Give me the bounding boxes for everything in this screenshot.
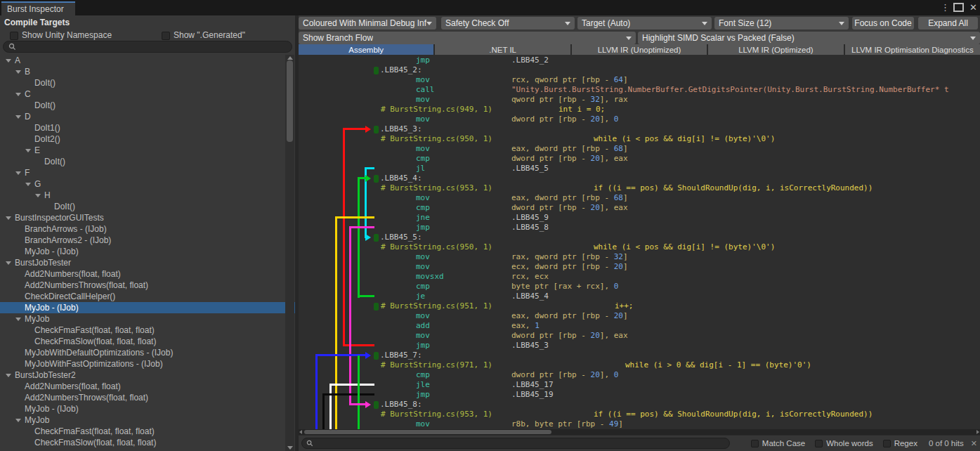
code-line: # BurstString.cs(971, 1)while (i > 0 && …: [299, 360, 980, 370]
tree-item[interactable]: DoIt(): [0, 201, 295, 212]
code-line: jne.LBB45_9: [299, 213, 980, 223]
focus-on-code-button[interactable]: Focus on Code: [852, 17, 914, 30]
scroll-left-icon[interactable]: [299, 430, 302, 434]
assembly-code-lines: jmp.LBB45_2.LBB45_2:movrcx, qword ptr [r…: [299, 55, 980, 429]
tab--net-il[interactable]: .NET IL: [435, 44, 571, 55]
tree-item[interactable]: CheckFmaFast(float, float, float): [0, 426, 295, 437]
foldout-triangle-icon[interactable]: [6, 216, 11, 220]
tree-item[interactable]: DoIt1(): [0, 122, 295, 133]
code-line: movdword ptr [rbp - 20], 0: [299, 115, 980, 124]
safety-check-dropdown[interactable]: Safety Check Off: [441, 17, 575, 30]
code-line: .LBB45_4:: [299, 174, 980, 183]
asm-operands: byte ptr [rax + rcx], 0: [511, 282, 618, 292]
font-size-dropdown[interactable]: Font Size (12): [714, 17, 849, 30]
whole-words-checkbox[interactable]: [815, 440, 823, 447]
chevron-down-icon: [970, 37, 976, 40]
debug-info-dropdown[interactable]: Coloured With Minimal Debug Infi: [299, 17, 436, 30]
tree-item[interactable]: A: [0, 55, 295, 66]
tree-item-label: DoIt(): [44, 157, 65, 166]
tree-item[interactable]: MyJob: [0, 313, 295, 325]
source-location-comment: # BurstString.cs(950, 1): [381, 134, 492, 144]
target-dropdown[interactable]: Target (Auto): [577, 17, 712, 30]
tree-item[interactable]: BurstJobTester: [0, 257, 295, 268]
tree-item[interactable]: D: [0, 111, 295, 122]
foldout-triangle-icon[interactable]: [15, 115, 21, 119]
tree-item[interactable]: E: [0, 145, 295, 156]
tab-llvm-ir-optimized-[interactable]: LLVM IR (Optimized): [708, 44, 844, 55]
scroll-right-icon[interactable]: [976, 430, 979, 434]
asm-operands: rcx, qword ptr [rbp - 64]: [511, 75, 628, 85]
h-scrollbar-thumb[interactable]: [304, 430, 551, 434]
foldout-triangle-icon[interactable]: [15, 318, 21, 321]
foldout-triangle-icon[interactable]: [15, 93, 21, 96]
tree-item[interactable]: Add2NumbersThrows(float, float): [0, 280, 295, 291]
code-line: jle.LBB45_17: [299, 380, 980, 390]
tree-item[interactable]: MyJob: [0, 414, 295, 426]
tree-item[interactable]: Add2NumbersThrows(float, float): [0, 392, 295, 403]
tree-item[interactable]: CheckFmaSlow(float, float, float): [0, 437, 295, 448]
tree-item[interactable]: DoIt2(): [0, 133, 295, 145]
tab-llvm-ir-optimisation-diagnostics[interactable]: LLVM IR Optimisation Diagnostics: [845, 44, 980, 55]
tree-item[interactable]: Add2Numbers(float, float): [0, 268, 295, 280]
tree-item[interactable]: Add2Numbers(float, float): [0, 381, 295, 392]
foldout-triangle-icon[interactable]: [25, 183, 31, 186]
tree-item[interactable]: B: [0, 66, 295, 77]
assembly-code-view[interactable]: jmp.LBB45_2.LBB45_2:movrcx, qword ptr [r…: [299, 55, 980, 429]
tree-item[interactable]: BranchArrows - (IJob): [0, 223, 295, 235]
tree-item[interactable]: BurstInspectorGUITests: [0, 212, 295, 223]
tree-item[interactable]: DoIt(): [0, 156, 295, 167]
tree-item[interactable]: MyJobWithFastOptimizations - (IJob): [0, 358, 295, 370]
tree-item[interactable]: G: [0, 178, 295, 190]
scroll-down-icon[interactable]: [287, 446, 293, 450]
foldout-triangle-icon[interactable]: [15, 70, 21, 74]
show-generated-label: Show ".Generated": [174, 31, 245, 40]
tree-scrollbar-thumb[interactable]: [287, 60, 293, 142]
foldout-triangle-icon[interactable]: [6, 261, 11, 265]
show-unity-namespace-checkbox[interactable]: [10, 32, 18, 40]
asm-mnemonic: mov: [416, 144, 430, 154]
find-close-icon[interactable]: ✕: [971, 439, 977, 448]
tree-item[interactable]: BurstJobTester2: [0, 370, 295, 381]
asm-label: .LBB45_4:: [380, 174, 422, 183]
foldout-triangle-icon[interactable]: [6, 59, 11, 63]
tree-scrollbar[interactable]: [285, 55, 294, 451]
code-search-input[interactable]: [301, 438, 730, 449]
foldout-triangle-icon[interactable]: [6, 374, 11, 377]
tree-item[interactable]: MyJob - (IJob): [0, 403, 295, 414]
search-icon: [306, 440, 313, 447]
tree-item[interactable]: MyJob - (IJob): [0, 246, 295, 257]
simd-highlight-dropdown[interactable]: Highlight SIMD Scalar vs Packed (False): [638, 32, 980, 44]
tree-item[interactable]: C: [0, 89, 295, 100]
kebab-menu-icon[interactable]: ⋮: [941, 2, 948, 13]
regex-checkbox[interactable]: [883, 440, 891, 447]
tree-item[interactable]: H: [0, 190, 295, 201]
tree-item[interactable]: F: [0, 167, 295, 178]
tab-llvm-ir-unoptimized-[interactable]: LLVM IR (Unoptimized): [572, 44, 708, 55]
tab-assembly[interactable]: Assembly: [299, 44, 435, 55]
scroll-up-icon[interactable]: [287, 56, 293, 60]
tree-item[interactable]: DoIt(): [0, 100, 295, 111]
tree-item[interactable]: BranchArrows2 - (IJob): [0, 235, 295, 246]
code-horizontal-scrollbar[interactable]: [299, 429, 980, 435]
foldout-triangle-icon[interactable]: [35, 194, 41, 197]
panel-tab-burst-inspector[interactable]: Burst Inspector: [1, 1, 75, 15]
close-icon[interactable]: ✕: [969, 2, 977, 13]
foldout-triangle-icon[interactable]: [15, 171, 21, 175]
tree-item[interactable]: CheckDirectCallHelper(): [0, 291, 295, 302]
branch-flow-dropdown[interactable]: Show Branch Flow: [299, 32, 636, 44]
tree-item[interactable]: MyJob - (IJob): [0, 302, 295, 313]
expand-all-button[interactable]: Expand All: [918, 17, 978, 30]
show-generated-checkbox[interactable]: [162, 32, 170, 40]
maximize-icon[interactable]: [953, 3, 964, 12]
tree-item[interactable]: MyJobWithDefaultOptimizations - (IJob): [0, 347, 295, 358]
tree-item[interactable]: CheckFmaFast(float, float, float): [0, 325, 295, 336]
tree-item[interactable]: DoIt(): [0, 77, 295, 89]
source-code-snippet: i++;: [615, 301, 634, 311]
foldout-triangle-icon[interactable]: [15, 419, 21, 422]
source-location-comment: # BurstString.cs(950, 1): [381, 242, 492, 252]
tree-item[interactable]: CheckFmaSlow(float, float, float): [0, 336, 295, 347]
match-case-checkbox[interactable]: [751, 440, 759, 447]
asm-label: .LBB45_5:: [380, 233, 422, 242]
foldout-triangle-icon[interactable]: [25, 149, 31, 152]
targets-search-input[interactable]: [3, 41, 292, 53]
